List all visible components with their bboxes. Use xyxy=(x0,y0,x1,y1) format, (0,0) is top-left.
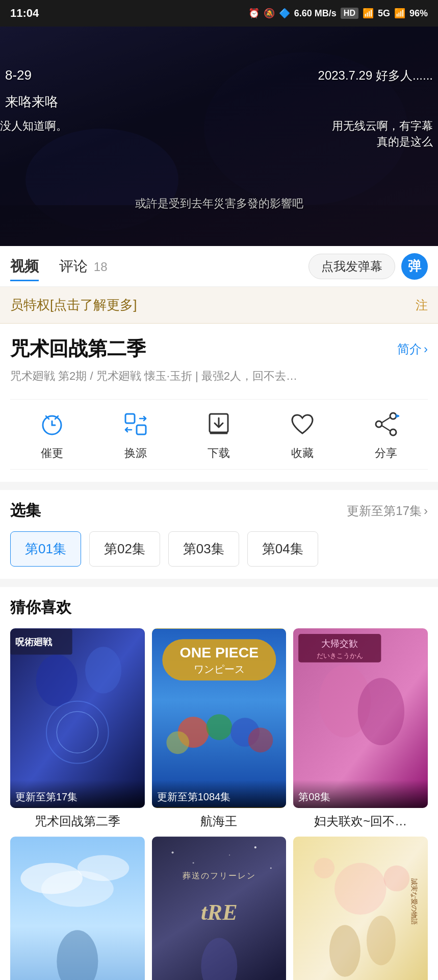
svg-line-15 xyxy=(382,418,390,423)
download-button[interactable]: 下载 xyxy=(202,408,235,461)
episode-more-button[interactable]: 更新至第17集 › xyxy=(347,503,428,519)
recommend-item-jujutsu[interactable]: 呪術廻戦 更新至第17集 咒术回战第二季 xyxy=(10,628,145,829)
source-button[interactable]: 换源 xyxy=(119,408,152,461)
video-tabs: 视频 评论 18 点我发弹幕 弹 xyxy=(0,246,438,287)
svg-point-18 xyxy=(36,655,78,706)
member-banner[interactable]: 员特权[点击了解更多] 注 xyxy=(0,287,438,324)
thumb-frieren: 葬送のフリーレン tRE xyxy=(152,837,287,980)
speed-indicator: 6.60 MB/s xyxy=(294,8,337,19)
download-label: 下载 xyxy=(208,446,230,461)
svg-point-29 xyxy=(206,714,232,740)
show-title-row: 咒术回战第二季 简介 › xyxy=(10,336,428,362)
svg-point-57 xyxy=(329,925,360,976)
episode-btn-01[interactable]: 第01集 xyxy=(10,531,81,567)
danmu-icon-button[interactable]: 弹 xyxy=(401,253,428,280)
recommend-item-yaoi[interactable]: 大帰交歓 だいきこうかん 第08集 妇夫联欢~回不… xyxy=(293,628,428,829)
svg-point-42 xyxy=(41,871,114,907)
remind-button[interactable]: 催更 xyxy=(36,408,68,461)
svg-point-56 xyxy=(384,865,410,891)
member-right-text: 注 xyxy=(416,297,428,313)
svg-text:だいきこうかん: だいきこうかん xyxy=(317,652,363,659)
battery: 96% xyxy=(409,8,428,19)
download-icon xyxy=(202,408,235,440)
danmu-bottom: 或許是受到去年災害多發的影響吧 xyxy=(135,196,303,211)
episode-title: 选集 xyxy=(10,500,41,521)
thumb-sky xyxy=(10,837,145,980)
svg-point-58 xyxy=(367,916,396,965)
svg-point-45 xyxy=(171,851,173,853)
chevron-right-icon: › xyxy=(424,342,428,356)
badge-jujutsu: 更新至第17集 xyxy=(10,780,145,808)
episode-header: 选集 更新至第17集 › xyxy=(10,500,428,521)
svg-text:ワンピース: ワンピース xyxy=(193,664,244,675)
source-label: 换源 xyxy=(124,446,147,461)
svg-point-55 xyxy=(314,857,335,878)
tab-video[interactable]: 视频 xyxy=(10,252,39,281)
svg-text:葬送のフリーレン: 葬送のフリーレン xyxy=(182,871,255,880)
badge-onepiece: 更新至第1084集 xyxy=(152,780,287,808)
collect-label: 收藏 xyxy=(291,446,314,461)
recommend-title: 猜你喜欢 xyxy=(10,597,428,618)
recommend-grid: 呪術廻戦 更新至第17集 咒术回战第二季 xyxy=(10,628,428,980)
svg-point-48 xyxy=(270,867,271,869)
thumb-yaoi: 大帰交歓 だいきこうかん 第08集 xyxy=(293,628,428,808)
video-player[interactable]: 8-29 2023.7.29 好多人...... 来咯来咯 没人知道啊。 用无线… xyxy=(0,27,438,246)
signal-5g: 5G xyxy=(378,8,390,19)
svg-point-19 xyxy=(85,647,121,694)
signal-bars: 📶 xyxy=(394,8,405,19)
action-row: 催更 换源 xyxy=(10,399,428,470)
svg-text:大帰交歓: 大帰交歓 xyxy=(322,639,358,649)
svg-rect-7 xyxy=(125,414,135,423)
svg-rect-8 xyxy=(137,425,146,434)
svg-point-46 xyxy=(192,862,194,864)
svg-point-47 xyxy=(254,846,256,848)
recommend-item-onepiece[interactable]: ONE PIECE ワンピース 更新至第1084集 航海王 xyxy=(152,628,287,829)
hd-badge: HD xyxy=(341,8,358,19)
status-icons: ⏰ 🔕 🔷 6.60 MB/s HD 📶 5G 📶 96% xyxy=(248,8,428,19)
status-time: 11:04 xyxy=(10,7,39,20)
show-tags: 咒术廻戦 第2期 / 咒术廻戦 懐玉·玉折 | 最强2人，回不去… xyxy=(10,367,428,385)
episode-list: 第01集 第02集 第03集 第04集 xyxy=(10,531,428,571)
svg-text:呪術廻戦: 呪術廻戦 xyxy=(15,637,53,647)
name-yaoi: 妇夫联欢~回不… xyxy=(293,813,428,829)
svg-rect-3 xyxy=(0,205,438,246)
share-icon xyxy=(370,408,402,440)
recommend-item-sky[interactable] xyxy=(10,837,145,980)
recommend-item-frieren[interactable]: 葬送のフリーレン tRE xyxy=(152,837,287,980)
svg-point-54 xyxy=(334,863,386,914)
svg-point-2 xyxy=(204,52,408,205)
danmu-btn-group: 点我发弹幕 弹 xyxy=(308,253,428,280)
episode-btn-04[interactable]: 第04集 xyxy=(247,531,318,567)
recommend-item-anime3[interactable]: 誠実な愛の物語 xyxy=(293,837,428,980)
wifi-icon: 📶 xyxy=(363,8,374,19)
svg-point-14 xyxy=(376,421,382,427)
episode-section: 选集 更新至第17集 › 第01集 第02集 第03集 第04集 xyxy=(0,490,438,579)
bluetooth-icon: 🔷 xyxy=(279,8,290,19)
thumb-anime3: 誠実な愛の物語 xyxy=(293,837,428,980)
chevron-right-icon: › xyxy=(424,504,428,518)
heart-icon xyxy=(286,408,319,440)
svg-line-16 xyxy=(382,426,390,431)
alarm-icon xyxy=(36,408,68,440)
episode-btn-03[interactable]: 第03集 xyxy=(168,531,239,567)
show-info: 咒术回战第二季 简介 › 咒术廻戦 第2期 / 咒术廻戦 懐玉·玉折 | 最强2… xyxy=(0,324,438,482)
show-title: 咒术回战第二季 xyxy=(10,336,146,362)
switch-icon xyxy=(119,408,152,440)
share-button[interactable]: 分享 xyxy=(370,408,402,461)
video-background: 8-29 2023.7.29 好多人...... 来咯来咯 没人知道啊。 用无线… xyxy=(0,27,438,246)
svg-point-31 xyxy=(166,731,189,754)
status-bar: 11:04 ⏰ 🔕 🔷 6.60 MB/s HD 📶 5G 📶 96% xyxy=(0,0,438,27)
thumb-jujutsu: 呪術廻戦 更新至第17集 xyxy=(10,628,145,808)
svg-point-13 xyxy=(390,429,396,435)
svg-point-49 xyxy=(229,854,230,855)
collect-button[interactable]: 收藏 xyxy=(286,408,319,461)
episode-btn-02[interactable]: 第02集 xyxy=(89,531,160,567)
badge-yaoi: 第08集 xyxy=(293,780,428,808)
show-intro-button[interactable]: 简介 › xyxy=(397,341,428,357)
danmu-send-button[interactable]: 点我发弹幕 xyxy=(308,254,395,279)
tab-comment[interactable]: 评论 18 xyxy=(59,252,107,281)
svg-text:誠実な愛の物語: 誠実な愛の物語 xyxy=(411,878,419,925)
alarm-icon: ⏰ xyxy=(248,8,260,19)
remind-label: 催更 xyxy=(41,446,63,461)
svg-text:ONE PIECE: ONE PIECE xyxy=(179,644,259,660)
